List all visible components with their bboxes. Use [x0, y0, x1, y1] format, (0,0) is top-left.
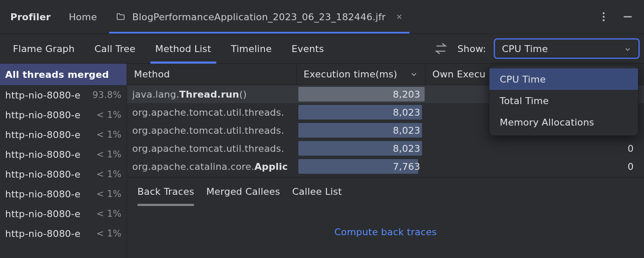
table-row[interactable]: org.apache.catalina.core.Applic 7,763 0 — [127, 157, 644, 175]
thread-list: All threads merged http-nio-8080-e93.8% … — [0, 64, 127, 258]
thread-list-header[interactable]: All threads merged — [0, 64, 127, 85]
thread-pct: 93.8% — [92, 90, 122, 100]
own-cell: 0 — [425, 157, 644, 175]
thread-row[interactable]: http-nio-8080-e< 1% — [0, 184, 127, 204]
metric-option-cpu-time[interactable]: CPU Time — [489, 68, 638, 90]
chevron-down-icon — [410, 70, 418, 79]
tab-flame-graph[interactable]: Flame Graph — [4, 34, 83, 64]
own-cell: 0 — [425, 139, 644, 157]
method-cell: org.apache.catalina.core.Applic — [127, 157, 297, 175]
back-traces-panel: Compute back traces — [127, 206, 644, 258]
thread-pct: < 1% — [97, 149, 122, 160]
tab-merged-callees[interactable]: Merged Callees — [206, 178, 280, 206]
minimize-icon[interactable] — [622, 11, 634, 23]
thread-name: http-nio-8080-e — [5, 209, 80, 219]
tab-timeline[interactable]: Timeline — [222, 34, 280, 64]
thread-name: http-nio-8080-e — [5, 189, 80, 200]
tab-back-traces[interactable]: Back Traces — [137, 178, 194, 206]
thread-name: http-nio-8080-e — [5, 228, 80, 239]
metric-dropdown-value: CPU Time — [502, 43, 548, 54]
exec-cell: 8,203 — [297, 85, 425, 103]
swap-icon[interactable] — [432, 40, 450, 57]
exec-cell: 8,023 — [297, 121, 425, 139]
thread-pct: < 1% — [97, 129, 122, 140]
thread-row[interactable]: http-nio-8080-e< 1% — [0, 164, 127, 184]
show-label: Show: — [457, 43, 486, 54]
table-row[interactable]: org.apache.tomcat.util.threads. 8,023 0 — [127, 139, 644, 157]
thread-pct: < 1% — [97, 189, 122, 199]
method-cell: org.apache.tomcat.util.threads. — [127, 103, 297, 121]
thread-row[interactable]: http-nio-8080-e93.8% — [0, 85, 127, 105]
thread-row[interactable]: http-nio-8080-e< 1% — [0, 224, 127, 243]
metric-option-memory-allocations[interactable]: Memory Allocations — [489, 111, 638, 133]
thread-row[interactable]: http-nio-8080-e< 1% — [0, 144, 127, 164]
thread-name: http-nio-8080-e — [5, 169, 80, 180]
thread-list-header-label: All threads merged — [5, 69, 109, 80]
metric-dropdown-menu: CPU Time Total Time Memory Allocations — [489, 65, 638, 136]
view-tabbar: Flame Graph Call Tree Method List Timeli… — [0, 34, 644, 64]
tab-method-list[interactable]: Method List — [147, 34, 220, 64]
metric-dropdown[interactable]: CPU Time CPU Time Total Time Memory Allo… — [494, 38, 640, 59]
profiler-topbar: Profiler Home BlogPerformanceApplication… — [0, 0, 644, 34]
tab-recording-file[interactable]: BlogPerformanceApplication_2023_06_23_18… — [109, 0, 410, 34]
thread-pct: < 1% — [97, 169, 122, 179]
thread-name: http-nio-8080-e — [5, 129, 80, 140]
thread-row[interactable]: http-nio-8080-e< 1% — [0, 125, 127, 144]
exec-cell: 8,023 — [297, 139, 425, 157]
thread-pct: < 1% — [97, 209, 122, 219]
tab-home[interactable]: Home — [63, 0, 103, 34]
col-execution-time-label: Execution time(ms) — [304, 69, 397, 80]
exec-cell: 8,023 — [297, 103, 425, 121]
callee-tabbar: Back Traces Merged Callees Callee List — [127, 177, 644, 206]
tab-callee-list[interactable]: Callee List — [292, 178, 342, 206]
thread-pct: < 1% — [97, 228, 122, 239]
close-icon[interactable] — [395, 12, 404, 21]
compute-back-traces-link[interactable]: Compute back traces — [334, 227, 437, 237]
method-cell: org.apache.tomcat.util.threads. — [127, 121, 297, 139]
thread-row[interactable]: http-nio-8080-e< 1% — [0, 204, 127, 224]
exec-cell: 7,763 — [297, 157, 425, 175]
method-cell: java.lang.Thread.run() — [127, 85, 297, 103]
tab-profiler[interactable]: Profiler — [4, 0, 57, 34]
thread-row[interactable]: http-nio-8080-e< 1% — [0, 105, 127, 125]
thread-name: http-nio-8080-e — [5, 110, 80, 120]
svg-point-1 — [603, 16, 605, 18]
tab-events[interactable]: Events — [283, 34, 333, 64]
col-method[interactable]: Method — [127, 64, 297, 85]
folder-icon — [115, 12, 126, 22]
col-execution-time[interactable]: Execution time(ms) — [297, 64, 425, 85]
thread-pct: < 1% — [97, 110, 122, 120]
svg-point-0 — [603, 12, 605, 15]
more-vertical-icon[interactable] — [598, 11, 610, 23]
recording-filename: BlogPerformanceApplication_2023_06_23_18… — [132, 12, 386, 22]
tab-call-tree[interactable]: Call Tree — [86, 34, 144, 64]
thread-name: http-nio-8080-e — [5, 90, 80, 101]
chevron-down-icon — [624, 45, 632, 52]
svg-point-2 — [603, 19, 605, 22]
metric-option-total-time[interactable]: Total Time — [489, 90, 638, 111]
method-cell: org.apache.tomcat.util.threads. — [127, 139, 297, 157]
thread-name: http-nio-8080-e — [5, 149, 80, 160]
